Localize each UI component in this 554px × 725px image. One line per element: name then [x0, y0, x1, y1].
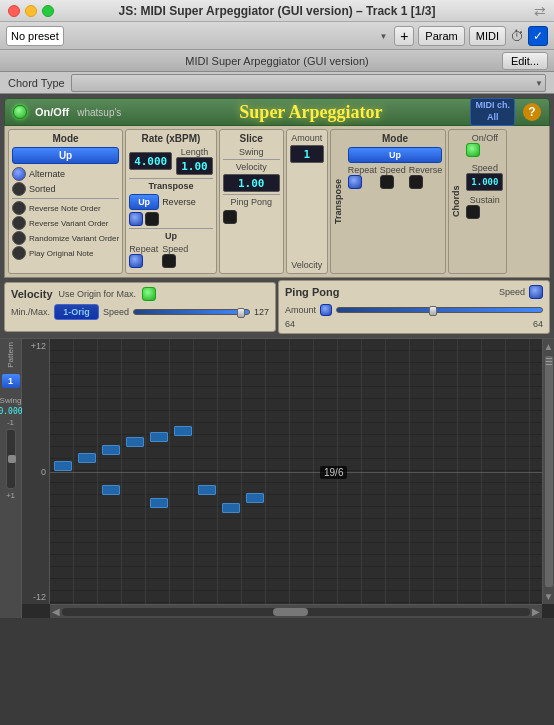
transpose-led-2[interactable] — [145, 212, 159, 226]
slice-section: Slice Swing Velocity 1.00 Ping Pong — [219, 129, 284, 274]
transpose-led-1[interactable] — [129, 212, 143, 226]
minimize-button[interactable] — [25, 5, 37, 17]
grid-rows-container[interactable]: 19/6 — [50, 339, 542, 604]
length-label: Length — [176, 147, 213, 157]
midi-button[interactable]: MIDI — [469, 26, 506, 46]
reverse-link[interactable]: Reverse — [162, 197, 196, 207]
amount-label: Amount — [290, 133, 324, 143]
trans-repeat-label: Repeat — [348, 165, 377, 175]
swing-slider[interactable] — [6, 429, 16, 489]
controls-row: Mode Up Alternate Sorted Reverse Note Or… — [4, 126, 550, 278]
play-original-radio[interactable] — [12, 246, 26, 260]
note-block-7[interactable] — [150, 498, 168, 508]
speed-led[interactable] — [162, 254, 176, 268]
window-title: JS: MIDI Super Arpeggiator (GUI version)… — [119, 4, 436, 18]
maximize-button[interactable] — [42, 5, 54, 17]
pp-speed-led[interactable] — [529, 285, 543, 299]
note-block-5[interactable] — [126, 437, 144, 447]
pp-amount-slider[interactable] — [336, 307, 543, 313]
hscroll-track[interactable] — [62, 608, 530, 616]
transpose-up-button[interactable]: Up — [129, 194, 159, 210]
vertical-scrollbar[interactable]: ▲ ▼ — [542, 339, 554, 604]
ping-pong-inner-label: Ping Pong — [223, 197, 280, 207]
trans-reverse-label: Reverse — [409, 165, 443, 175]
add-preset-button[interactable]: + — [394, 26, 414, 46]
ping-pong-led[interactable] — [223, 210, 237, 224]
onoff-label: On/Off — [35, 106, 69, 118]
swing-max: +1 — [6, 491, 15, 500]
pp-amount-thumb[interactable] — [429, 306, 437, 316]
scroll-up-arrow[interactable]: ▲ — [542, 339, 554, 354]
transpose-mode-title: Mode — [348, 133, 443, 144]
play-original-row: Play Original Note — [12, 246, 119, 260]
note-block-10[interactable] — [222, 503, 240, 513]
chords-vertical-label: Chords — [449, 130, 463, 273]
pp-left-val: 64 — [285, 319, 295, 329]
note-block-4[interactable] — [102, 485, 120, 495]
note-block-8[interactable] — [174, 426, 192, 436]
chords-speed-value[interactable]: 1.000 — [466, 173, 503, 191]
note-block-1[interactable] — [54, 461, 72, 471]
velocity-slider[interactable] — [133, 309, 250, 315]
sorted-radio[interactable] — [12, 182, 26, 196]
onoff-bar: On/Off whatsup's Super Arpeggiator MIDI … — [4, 98, 550, 126]
vel-speed-label: Speed — [103, 307, 129, 317]
check-button[interactable]: ✓ — [528, 26, 548, 46]
rate-value[interactable]: 4.000 — [129, 152, 172, 170]
scroll-right-arrow[interactable]: ▶ — [532, 606, 540, 617]
reverse-note-radio[interactable] — [12, 201, 26, 215]
speed-label: Speed — [162, 244, 188, 254]
note-block-9[interactable] — [198, 485, 216, 495]
chords-sustain-led[interactable] — [466, 205, 480, 219]
reverse-variant-radio[interactable] — [12, 216, 26, 230]
repeat-led[interactable] — [129, 254, 143, 268]
chords-onoff-label: On/Off — [466, 133, 503, 143]
mode-up-button[interactable]: Up — [12, 147, 119, 164]
length-value[interactable]: 1.00 — [176, 157, 213, 175]
chord-type-label: Chord Type — [8, 77, 65, 89]
pp-amount-label: Amount — [285, 305, 316, 315]
edit-button[interactable]: Edit... — [502, 52, 548, 70]
scroll-grip-2 — [546, 361, 552, 362]
swing-value[interactable]: 0.000 — [0, 407, 23, 416]
note-block-3[interactable] — [102, 445, 120, 455]
pattern-sidebar: Pattern 1 Swing 0.000 -1 +1 — [0, 339, 22, 618]
help-button[interactable]: ? — [523, 103, 541, 121]
alternate-radio[interactable] — [12, 167, 26, 181]
randomize-radio[interactable] — [12, 231, 26, 245]
grid-area: +12 0 -12 — [22, 339, 554, 618]
swing-inner-label: Swing — [223, 147, 280, 157]
chords-onoff-led[interactable] — [466, 143, 480, 157]
velocity-controls-row: Min./Max. 1-Orig Speed 127 — [11, 304, 269, 320]
note-block-11[interactable] — [246, 493, 264, 503]
trans-repeat-led[interactable] — [348, 175, 362, 189]
ping-pong-title: Ping Pong — [285, 286, 339, 298]
note-block-2[interactable] — [78, 453, 96, 463]
clock-icon: ⏱ — [510, 28, 524, 44]
param-button[interactable]: Param — [418, 26, 464, 46]
min-max-select[interactable]: 1-Orig — [54, 304, 99, 320]
traffic-lights — [8, 5, 54, 17]
scroll-left-arrow[interactable]: ◀ — [52, 606, 60, 617]
chords-section: Chords On/Off Speed 1.000 Sustain — [448, 129, 507, 274]
note-block-6[interactable] — [150, 432, 168, 442]
transpose-mode-up-button[interactable]: Up — [348, 147, 443, 163]
velocity-section-title: Velocity — [11, 288, 53, 300]
hscroll-thumb[interactable] — [273, 608, 308, 616]
amount-value[interactable]: 1 — [290, 145, 324, 163]
slice-vel-value[interactable]: 1.00 — [223, 174, 280, 192]
trans-reverse-led[interactable] — [409, 175, 423, 189]
scroll-down-arrow[interactable]: ▼ — [542, 589, 554, 604]
preset-select[interactable]: No preset — [6, 26, 64, 46]
pattern-number[interactable]: 1 — [2, 374, 20, 388]
velocity-slider-thumb[interactable] — [237, 308, 245, 318]
horizontal-scrollbar[interactable]: ◀ ▶ — [50, 604, 542, 618]
onoff-led[interactable] — [13, 105, 27, 119]
chord-type-select[interactable] — [71, 74, 546, 92]
close-button[interactable] — [8, 5, 20, 17]
scroll-thumb-vertical[interactable] — [545, 356, 553, 587]
swing-slider-thumb[interactable] — [8, 455, 16, 463]
use-origin-led[interactable] — [142, 287, 156, 301]
trans-speed-led[interactable] — [380, 175, 394, 189]
pp-amount-led[interactable] — [320, 304, 332, 316]
